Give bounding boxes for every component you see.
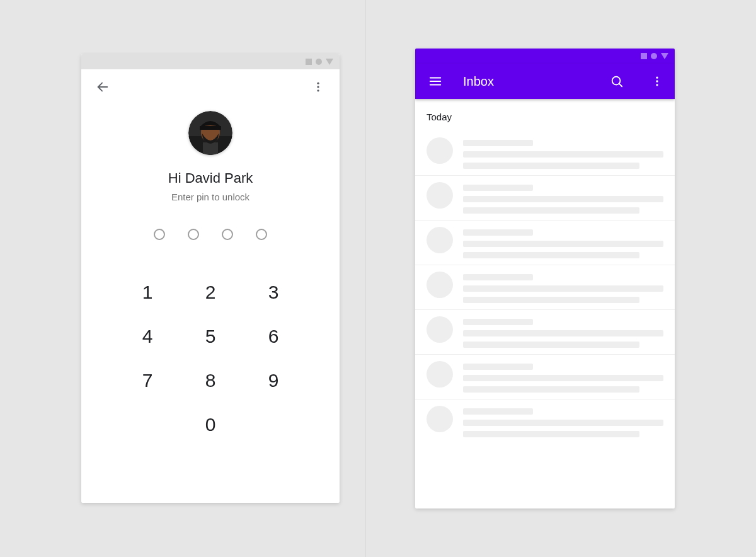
item-lines [463,272,663,303]
placeholder-line [463,207,639,214]
item-avatar [427,227,453,253]
placeholder-line [463,375,663,381]
key-1[interactable]: 1 [116,270,179,314]
key-empty-right [242,403,305,447]
search-icon [610,74,624,88]
placeholder-line [463,274,533,280]
item-avatar [427,406,453,432]
pin-dot-1 [154,229,165,240]
svg-line-14 [619,84,622,86]
svg-point-15 [656,77,658,79]
key-5[interactable]: 5 [179,314,242,359]
svg-point-1 [317,83,319,84]
key-0[interactable]: 0 [179,403,242,447]
item-lines [463,406,663,437]
placeholder-line [463,163,639,169]
pin-card: Hi David Park Enter pin to unlock 1 2 3 … [81,105,340,503]
status-circle-icon [316,59,322,65]
key-7[interactable]: 7 [116,359,179,403]
inbox-device: Inbox Today [415,49,675,508]
placeholder-line [463,185,533,191]
placeholder-line [463,140,533,146]
arrow-back-icon [96,80,110,94]
placeholder-line [463,285,663,292]
svg-point-2 [317,86,319,88]
status-circle-icon [651,53,657,59]
placeholder-line [463,241,663,247]
key-6[interactable]: 6 [242,314,305,359]
inbox-item[interactable] [415,176,675,221]
placeholder-line [463,431,639,437]
placeholder-line [463,229,533,236]
placeholder-line [463,330,663,336]
hamburger-icon [428,74,442,88]
back-button[interactable] [90,74,115,100]
item-lines [463,316,663,348]
key-4[interactable]: 4 [116,314,179,359]
inbox-title: Inbox [463,74,589,89]
item-avatar [427,316,453,343]
svg-point-16 [656,80,658,82]
status-square-icon [641,53,647,59]
placeholder-line [463,386,639,393]
keypad: 1 2 3 4 5 6 7 8 9 0 [116,270,305,447]
pin-dots [154,229,267,240]
item-lines [463,182,663,214]
page-divider [365,0,366,557]
inbox-app-bar: Inbox [415,64,675,99]
item-lines [463,227,663,258]
item-lines [463,361,663,393]
placeholder-line [463,420,663,426]
key-empty-left [116,403,179,447]
key-3[interactable]: 3 [242,270,305,314]
more-button[interactable] [644,69,670,94]
more-vert-icon [312,81,324,93]
menu-button[interactable] [423,69,448,94]
key-8[interactable]: 8 [179,359,242,403]
placeholder-line [463,319,533,325]
pin-app-bar [81,69,340,105]
subtitle-text: Enter pin to unlock [171,192,249,202]
status-triangle-icon [661,53,668,59]
section-header: Today [415,106,675,131]
key-2[interactable]: 2 [179,270,242,314]
placeholder-line [463,151,663,158]
inbox-item[interactable] [415,265,675,310]
avatar-image [188,111,232,155]
svg-point-3 [317,89,319,91]
placeholder-line [463,196,663,202]
item-avatar [427,182,453,209]
item-avatar [427,272,453,298]
placeholder-line [463,252,639,258]
greeting-text: Hi David Park [168,170,253,187]
key-9[interactable]: 9 [242,359,305,403]
item-avatar [427,361,453,388]
pin-device: Hi David Park Enter pin to unlock 1 2 3 … [81,54,340,503]
search-button[interactable] [604,69,629,94]
inbox-item[interactable] [415,355,675,399]
placeholder-line [463,297,639,303]
more-button[interactable] [306,74,331,100]
avatar [188,111,232,155]
placeholder-line [463,364,533,370]
pin-dot-3 [222,229,233,240]
status-bar [415,49,675,64]
placeholder-line [463,408,533,415]
svg-rect-7 [203,142,218,155]
svg-rect-9 [200,126,221,130]
placeholder-line [463,342,639,348]
inbox-item[interactable] [415,131,675,176]
status-triangle-icon [326,59,333,65]
inbox-item[interactable] [415,310,675,355]
item-lines [463,137,663,169]
inbox-item[interactable] [415,399,675,444]
status-bar [81,54,340,69]
inbox-item[interactable] [415,221,675,265]
item-avatar [427,137,453,164]
pin-dot-2 [188,229,199,240]
status-square-icon [306,59,312,65]
pin-dot-4 [256,229,267,240]
more-vert-icon [651,75,663,88]
svg-point-17 [656,84,658,86]
inbox-body: Today [415,99,675,508]
